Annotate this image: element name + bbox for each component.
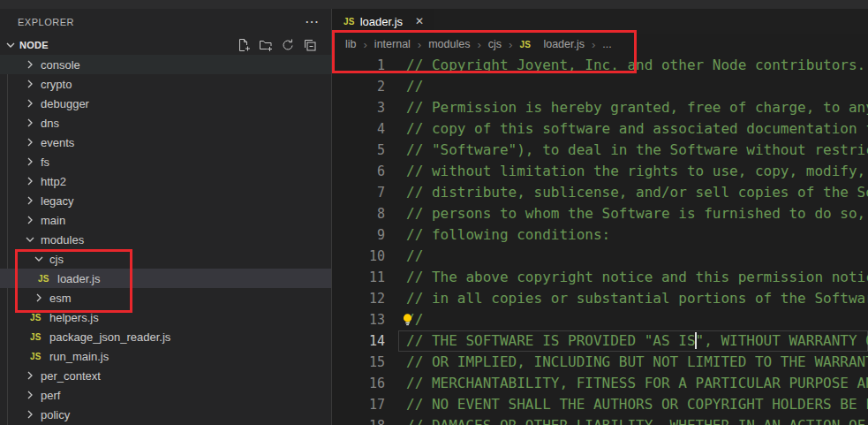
code-text[interactable]: // MERCHANTABILITY, FITNESS FOR A PARTIC… [406,373,868,394]
chevron-right-icon[interactable] [23,77,37,91]
new-file-icon[interactable] [237,38,251,52]
code-line[interactable]: 1// Copyright Joyent, Inc. and other Nod… [332,55,868,76]
code-line[interactable]: 2// [332,76,868,97]
line-number: 6 [332,161,385,182]
code-line[interactable]: 7// distribute, sublicense, and/or sell … [332,182,868,203]
refresh-icon[interactable] [281,38,295,52]
tree-item-modules[interactable]: modules [0,230,331,249]
chevron-right-icon[interactable] [23,388,37,402]
code-line[interactable]: 17// NO EVENT SHALL THE AUTHORS OR COPYR… [332,394,868,415]
line-number: 4 [332,118,385,140]
section-actions [237,38,317,52]
explorer-section-header-node[interactable]: NODE [0,35,331,55]
chevron-right-icon[interactable] [23,155,37,169]
chevron-right-icon[interactable] [23,213,37,227]
code-text[interactable]: // [406,76,423,97]
tree-item-fs[interactable]: fs [0,152,331,171]
code-text[interactable]: // The above copyright notice and this p… [406,267,868,288]
code-text[interactable]: // copy of this software and associated … [406,118,868,140]
code-text[interactable]: // THE SOFTWARE IS PROVIDED "AS IS", WIT… [406,330,868,352]
code-text[interactable]: // without limitation the rights to use,… [406,161,868,182]
line-number: 17 [332,394,385,415]
code-text[interactable]: // [406,246,423,267]
code-text[interactable]: // distribute, sublicense, and/or sell c… [406,182,868,203]
tree-item-debugger[interactable]: debugger [0,94,331,113]
collapse-all-icon[interactable] [303,38,317,52]
code-line[interactable]: 11// The above copyright notice and this… [332,267,868,288]
code-line-with-lightbulb[interactable]: 13// [332,309,868,330]
tree-item-events[interactable]: events [0,133,331,152]
chevron-down-icon[interactable] [32,252,46,266]
code-line[interactable]: 18// DAMAGES OR OTHER LIABILITY, WHETHER… [332,415,868,425]
tree-item-label: dns [41,117,59,130]
more-actions-icon[interactable]: ⋯ [305,18,319,27]
code-line[interactable]: 8// persons to whom the Software is furn… [332,203,868,224]
tab-loader-js[interactable]: JS loader.js ✕ [332,9,434,34]
code-line[interactable]: 3// Permission is hereby granted, free o… [332,97,868,118]
code-line[interactable]: 4// copy of this software and associated… [332,118,868,140]
code-line[interactable]: 12// in all copies or substantial portio… [332,288,868,309]
code-line[interactable]: 16// MERCHANTABILITY, FITNESS FOR A PART… [332,373,868,394]
chevron-right-icon: › [592,38,595,51]
breadcrumb-item-modules[interactable]: modules [428,38,470,50]
code-line[interactable]: 6// without limitation the rights to use… [332,161,868,182]
chevron-right-icon[interactable] [23,368,37,383]
code-text[interactable]: // Permission is hereby granted, free of… [406,97,868,118]
breadcrumb-item-lib[interactable]: lib [345,38,357,50]
code-line[interactable]: 9// following conditions: [332,224,868,246]
new-folder-icon[interactable] [259,38,273,52]
tree-item-policy[interactable]: policy [0,405,331,424]
tree-item-dns[interactable]: dns [0,113,331,133]
chevron-right-icon[interactable] [23,116,37,130]
lightbulb-icon[interactable] [400,312,415,328]
code-text[interactable]: // DAMAGES OR OTHER LIABILITY, WHETHER I… [406,415,868,425]
code-line-current[interactable]: 14 // THE SOFTWARE IS PROVIDED "AS IS", … [332,330,868,352]
tree-item-helpers-js[interactable]: JS helpers.js [0,307,331,327]
explorer-title: EXPLORER [18,17,305,27]
code-text[interactable]: // Copyright Joyent, Inc. and other Node… [406,55,865,76]
chevron-right-icon[interactable] [23,135,37,149]
code-editor[interactable]: 1// Copyright Joyent, Inc. and other Nod… [332,55,868,425]
explorer-header: EXPLORER ⋯ [0,9,331,35]
chevron-right-icon[interactable] [23,96,37,110]
code-text[interactable]: // persons to whom the Software is furni… [406,203,868,224]
tree-item-esm[interactable]: esm [0,288,331,307]
chevron-right-icon[interactable] [32,291,46,305]
js-file-icon: JS [30,313,45,323]
chevron-down-icon[interactable] [23,232,37,247]
tree-item-loader-js[interactable]: JS loader.js [0,269,331,288]
tree-item-per-context[interactable]: per_context [0,366,331,385]
breadcrumb-item-internal[interactable]: internal [374,38,411,50]
code-text[interactable]: // following conditions: [406,224,610,246]
line-number: 18 [332,415,385,425]
code-line[interactable]: 15// OR IMPLIED, INCLUDING BUT NOT LIMIT… [332,352,868,373]
tree-item-legacy[interactable]: legacy [0,191,331,210]
code-text-before-caret: // THE SOFTWARE IS PROVIDED "AS IS [406,332,696,349]
chevron-right-icon: › [418,38,421,51]
code-line[interactable]: 10// [332,246,868,267]
tree-item-main[interactable]: main [0,210,331,230]
tree-item-package-json-reader-js[interactable]: JS package_json_reader.js [0,327,331,346]
close-tab-icon[interactable]: ✕ [415,15,424,27]
tree-item-http2[interactable]: http2 [0,171,331,191]
tree-item-console[interactable]: console [0,55,331,74]
tree-item-crypto[interactable]: crypto [0,74,331,94]
breadcrumb-item-symbol[interactable]: ... [602,38,611,50]
chevron-right-icon[interactable] [23,194,37,208]
code-text[interactable]: // "Software"), to deal in the Software … [406,140,868,161]
tree-item-perf[interactable]: perf [0,385,331,405]
code-text[interactable]: // OR IMPLIED, INCLUDING BUT NOT LIMITED… [406,352,868,373]
code-text[interactable]: // NO EVENT SHALL THE AUTHORS OR COPYRIG… [406,394,868,415]
tree-item-run-main-js[interactable]: JS run_main.js [0,346,331,366]
breadcrumb-item-loader-js[interactable]: JS loader.js [519,38,585,50]
code-text[interactable]: // in all copies or substantial portions… [406,288,868,309]
line-number: 13 [332,309,385,330]
breadcrumb-item-cjs[interactable]: cjs [488,38,502,50]
tree-item-label: crypto [41,78,72,91]
tree-item-label: legacy [41,194,74,208]
chevron-right-icon[interactable] [23,174,37,188]
chevron-right-icon[interactable] [23,407,37,421]
chevron-right-icon[interactable] [23,57,37,72]
tree-item-cjs[interactable]: cjs [0,249,331,269]
code-line[interactable]: 5// "Software"), to deal in the Software… [332,140,868,161]
